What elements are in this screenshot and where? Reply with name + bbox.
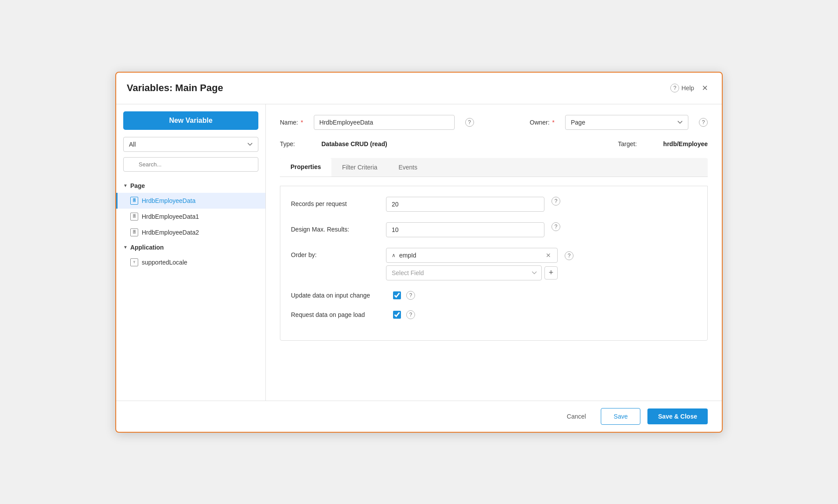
tab-events[interactable]: Events bbox=[388, 158, 428, 177]
sidebar: New Variable All Page Application 🔍 ▼ Pa… bbox=[116, 104, 266, 401]
sidebar-item-hrdb-employee-data2[interactable]: 🗄 HrdbEmployeeData2 bbox=[116, 224, 265, 240]
owner-select[interactable]: Page Application bbox=[565, 115, 688, 130]
main-content: Name: * ? Owner: * Page Application ? bbox=[266, 104, 722, 401]
application-caret-icon: ▼ bbox=[123, 245, 128, 250]
name-owner-row: Name: * ? Owner: * Page Application ? bbox=[280, 115, 708, 130]
name-input[interactable] bbox=[314, 115, 455, 130]
tabs-container: Properties Filter Criteria Events Record… bbox=[280, 158, 708, 341]
tx-icon: T bbox=[130, 258, 138, 266]
design-max-help-icon[interactable]: ? bbox=[551, 222, 560, 231]
type-value: Database CRUD (read) bbox=[321, 140, 387, 147]
order-by-container: ∧ empId ✕ Select Field + bbox=[386, 248, 558, 280]
owner-select-wrapper: Page Application bbox=[565, 115, 688, 130]
new-variable-button[interactable]: New Variable bbox=[123, 111, 258, 130]
request-data-row: Request data on page load ? bbox=[291, 310, 697, 319]
records-per-request-row: Records per request ? bbox=[291, 197, 697, 212]
select-field-row: Select Field + bbox=[386, 265, 558, 280]
update-data-help-icon[interactable]: ? bbox=[406, 291, 415, 300]
name-label: Name: * bbox=[280, 119, 303, 126]
help-circle-icon: ? bbox=[670, 84, 679, 92]
dialog-header: Variables: Main Page ? Help × bbox=[116, 73, 722, 104]
order-by-help-icon[interactable]: ? bbox=[565, 251, 573, 260]
records-per-request-input[interactable] bbox=[386, 197, 544, 212]
sidebar-item-hrdb-employee-data1[interactable]: 🗄 HrdbEmployeeData1 bbox=[116, 209, 265, 224]
db-icon-1: 🗄 bbox=[130, 213, 138, 221]
close-button[interactable]: × bbox=[698, 81, 711, 95]
search-input[interactable] bbox=[123, 157, 258, 172]
order-by-label: Order by: bbox=[291, 248, 379, 258]
dialog-title: Variables: Main Page bbox=[127, 82, 223, 94]
page-caret-icon: ▼ bbox=[123, 183, 128, 188]
dialog-body: New Variable All Page Application 🔍 ▼ Pa… bbox=[116, 104, 722, 401]
sidebar-item-label-app: supportedLocale bbox=[142, 259, 187, 266]
records-per-request-label: Records per request bbox=[291, 197, 379, 207]
request-data-help-icon[interactable]: ? bbox=[406, 310, 415, 319]
application-section-label: Application bbox=[130, 244, 164, 251]
sidebar-item-label: HrdbEmployeeData bbox=[142, 197, 195, 204]
search-wrapper: 🔍 bbox=[123, 157, 258, 172]
owner-help-icon[interactable]: ? bbox=[699, 118, 708, 127]
filter-wrapper: All Page Application bbox=[123, 137, 258, 152]
tab-filter-criteria[interactable]: Filter Criteria bbox=[331, 158, 388, 177]
update-data-row: Update data on input change ? bbox=[291, 291, 697, 300]
update-data-label: Update data on input change bbox=[291, 292, 388, 299]
filter-select[interactable]: All Page Application bbox=[123, 137, 258, 152]
variables-dialog: Variables: Main Page ? Help × New Variab… bbox=[115, 72, 723, 433]
order-clear-button[interactable]: ✕ bbox=[544, 251, 553, 260]
sidebar-item-supported-locale[interactable]: T supportedLocale bbox=[116, 254, 265, 270]
save-button[interactable]: Save bbox=[601, 408, 640, 425]
select-field-dropdown[interactable]: Select Field bbox=[386, 265, 542, 280]
target-value: hrdb/Employee bbox=[663, 140, 708, 147]
design-max-results-label: Design Max. Results: bbox=[291, 222, 379, 233]
request-data-label: Request data on page load bbox=[291, 311, 388, 318]
owner-label: Owner: * bbox=[530, 119, 555, 126]
section-application[interactable]: ▼ Application bbox=[116, 240, 265, 254]
db-icon-2: 🗄 bbox=[130, 228, 138, 236]
request-data-checkbox[interactable] bbox=[393, 311, 401, 319]
help-label: Help bbox=[681, 85, 694, 92]
section-page[interactable]: ▼ Page bbox=[116, 179, 265, 193]
records-help-icon[interactable]: ? bbox=[551, 197, 560, 206]
order-by-row: Order by: ∧ empId ✕ Select Field bbox=[291, 248, 697, 280]
sidebar-item-label-2: HrdbEmployeeData2 bbox=[142, 229, 199, 236]
add-field-button[interactable]: + bbox=[544, 266, 558, 280]
design-max-results-row: Design Max. Results: ? bbox=[291, 222, 697, 237]
save-close-button[interactable]: Save & Close bbox=[647, 408, 708, 424]
target-label: Target: bbox=[618, 140, 637, 147]
name-required: * bbox=[301, 119, 303, 126]
page-section-label: Page bbox=[130, 182, 145, 189]
properties-panel: Records per request ? Design Max. Result… bbox=[280, 186, 708, 341]
sidebar-item-label-1: HrdbEmployeeData1 bbox=[142, 213, 199, 220]
sidebar-item-hrdb-employee-data[interactable]: 🗄 HrdbEmployeeData bbox=[116, 193, 265, 209]
owner-required: * bbox=[552, 119, 555, 126]
type-label: Type: bbox=[280, 140, 295, 147]
header-right: ? Help × bbox=[670, 81, 711, 95]
cancel-button[interactable]: Cancel bbox=[559, 408, 594, 424]
order-by-field-row: ∧ empId ✕ bbox=[386, 248, 558, 263]
help-link[interactable]: ? Help bbox=[670, 84, 694, 92]
tab-properties[interactable]: Properties bbox=[280, 158, 331, 177]
dialog-footer: Cancel Save Save & Close bbox=[116, 401, 722, 432]
design-max-results-input[interactable] bbox=[386, 222, 544, 237]
update-data-checkbox[interactable] bbox=[393, 291, 401, 299]
db-icon-0: 🗄 bbox=[130, 197, 138, 205]
name-help-icon[interactable]: ? bbox=[465, 118, 474, 127]
type-target-row: Type: Database CRUD (read) Target: hrdb/… bbox=[280, 140, 708, 147]
order-field-text: empId bbox=[399, 252, 541, 259]
tabs-bar: Properties Filter Criteria Events bbox=[280, 158, 708, 177]
order-caret-button[interactable]: ∧ bbox=[391, 251, 397, 259]
